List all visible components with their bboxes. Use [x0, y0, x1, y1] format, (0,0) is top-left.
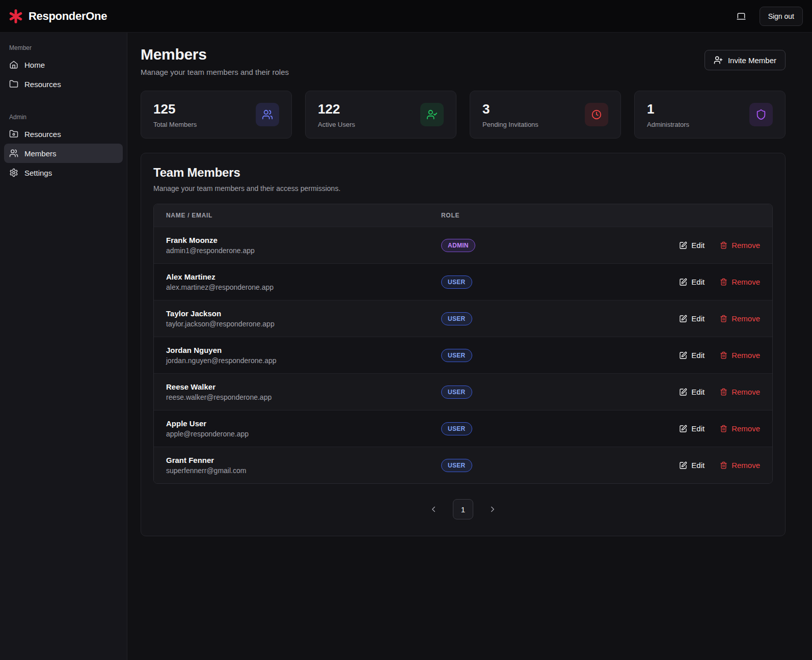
role-badge: USER — [441, 422, 472, 435]
sidebar-item-resources-admin[interactable]: Resources — [4, 124, 123, 144]
folder-cog-icon — [9, 129, 18, 139]
sidebar-item-members[interactable]: Members — [4, 144, 123, 163]
member-name: Grant Fenner — [166, 456, 441, 464]
member-name: Taylor Jackson — [166, 309, 441, 318]
page-title: Members — [141, 46, 289, 63]
brand-name: ResponderOne — [29, 10, 107, 23]
member-name: Alex Martinez — [166, 272, 441, 281]
member-name: Jordan Nguyen — [166, 346, 441, 354]
sidebar-section-admin: Admin — [4, 107, 123, 124]
sidebar-item-home[interactable]: Home — [4, 55, 123, 74]
remove-button[interactable]: Remove — [720, 388, 760, 396]
edit-button[interactable]: Edit — [679, 278, 705, 286]
sidebar-item-label: Resources — [24, 130, 61, 139]
table-row: Apple User apple@responderone.app USER E… — [154, 410, 772, 447]
stat-label: Administrators — [647, 121, 689, 128]
users-icon — [256, 103, 279, 126]
member-email: apple@responderone.app — [166, 430, 441, 438]
role-badge: ADMIN — [441, 239, 475, 252]
edit-icon — [679, 425, 687, 433]
edit-icon — [679, 315, 687, 323]
edit-icon — [679, 241, 687, 250]
clock-icon — [585, 103, 608, 126]
stat-value: 122 — [318, 101, 355, 117]
trash-icon — [720, 388, 727, 396]
chevron-left-icon[interactable] — [424, 500, 443, 518]
table-body: Frank Moonze admin1@responderone.app ADM… — [154, 227, 772, 483]
stat-label: Total Members — [153, 121, 197, 128]
table-row: Reese Walker reese.walker@responderone.a… — [154, 373, 772, 410]
brand: ResponderOne — [8, 9, 107, 24]
stat-label: Active Users — [318, 121, 355, 128]
pagination: 1 — [153, 499, 773, 519]
sidebar-item-resources-member[interactable]: Resources — [4, 74, 123, 94]
member-email: reese.walker@responderone.app — [166, 393, 441, 401]
sidebar-section-member: Member — [4, 38, 123, 55]
table-header: NAME / EMAIL ROLE — [154, 204, 772, 227]
edit-icon — [679, 388, 687, 396]
main-content: Members Manage your team members and the… — [127, 33, 812, 660]
column-header-name-email: NAME / EMAIL — [166, 212, 441, 219]
user-plus-icon — [714, 56, 723, 65]
edit-button[interactable]: Edit — [679, 461, 705, 470]
remove-button[interactable]: Remove — [720, 278, 760, 286]
team-members-panel: Team Members Manage your team members an… — [141, 153, 786, 536]
member-email: jordan.nguyen@responderone.app — [166, 356, 441, 365]
brand-logo-asterisk-icon — [8, 9, 23, 24]
sidebar-item-label: Resources — [24, 80, 61, 89]
remove-button[interactable]: Remove — [720, 424, 760, 433]
table-row: Grant Fenner superfennerr@gmail.com USER… — [154, 447, 772, 483]
sign-out-button[interactable]: Sign out — [760, 7, 803, 26]
edit-button[interactable]: Edit — [679, 241, 705, 250]
chevron-right-icon[interactable] — [483, 500, 502, 518]
role-badge: USER — [441, 386, 472, 399]
trash-icon — [720, 425, 727, 432]
role-badge: USER — [441, 349, 472, 362]
user-check-icon — [420, 103, 444, 126]
users-icon — [9, 149, 18, 158]
edit-button[interactable]: Edit — [679, 388, 705, 396]
trash-icon — [720, 351, 727, 359]
member-name: Apple User — [166, 419, 441, 428]
stat-card-administrators: 1 Administrators — [634, 91, 786, 139]
edit-icon — [679, 461, 687, 470]
stat-label: Pending Invitations — [482, 121, 538, 128]
edit-button[interactable]: Edit — [679, 351, 705, 360]
sidebar-item-label: Home — [24, 61, 45, 69]
member-name: Reese Walker — [166, 382, 441, 391]
member-email: taylor.jackson@responderone.app — [166, 320, 441, 328]
page-number-button[interactable]: 1 — [453, 499, 473, 519]
table-row: Jordan Nguyen jordan.nguyen@responderone… — [154, 337, 772, 373]
stat-value: 3 — [482, 101, 538, 117]
edit-icon — [679, 278, 687, 286]
topbar: ResponderOne Sign out — [0, 0, 812, 33]
stat-card-active-users: 122 Active Users — [305, 91, 456, 139]
remove-button[interactable]: Remove — [720, 351, 760, 360]
table-row: Alex Martinez alex.martinez@responderone… — [154, 263, 772, 300]
remove-button[interactable]: Remove — [720, 241, 760, 250]
member-name: Frank Moonze — [166, 236, 441, 244]
member-email: alex.martinez@responderone.app — [166, 283, 441, 291]
edit-button[interactable]: Edit — [679, 314, 705, 323]
remove-button[interactable]: Remove — [720, 461, 760, 470]
invite-member-button[interactable]: Invite Member — [705, 50, 786, 70]
remove-button[interactable]: Remove — [720, 314, 760, 323]
page-subtitle: Manage your team members and their roles — [141, 68, 289, 76]
laptop-icon[interactable] — [734, 9, 748, 23]
stat-card-total-members: 125 Total Members — [141, 91, 292, 139]
trash-icon — [720, 278, 727, 286]
member-email: admin1@responderone.app — [166, 246, 441, 255]
table-row: Taylor Jackson taylor.jackson@respondero… — [154, 300, 772, 337]
edit-button[interactable]: Edit — [679, 424, 705, 433]
stats-row: 125 Total Members 122 Active Users — [141, 91, 786, 139]
home-icon — [9, 60, 18, 69]
sidebar-item-settings[interactable]: Settings — [4, 163, 123, 182]
panel-title: Team Members — [153, 166, 773, 180]
edit-icon — [679, 351, 687, 360]
role-badge: USER — [441, 459, 472, 472]
table-row: Frank Moonze admin1@responderone.app ADM… — [154, 227, 772, 263]
column-header-role: ROLE — [441, 212, 760, 219]
layout: Member Home Resources Admin — [0, 33, 812, 660]
topbar-right: Sign out — [734, 7, 803, 26]
page-header: Members Manage your team members and the… — [141, 46, 786, 76]
